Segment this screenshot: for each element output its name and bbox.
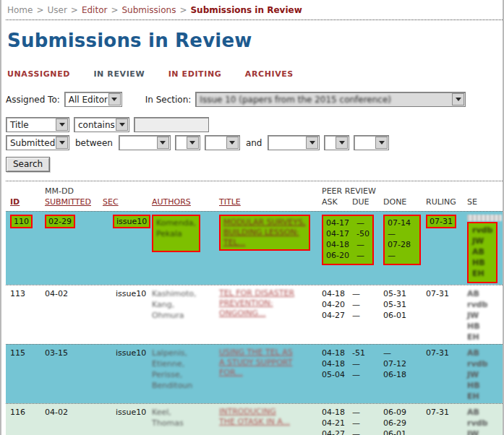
filter-form: Assigned To: All Editors In Section: Iss… [6,92,503,172]
header-peer-review: PEER REVIEW [322,186,379,197]
dropdown-arrow-icon[interactable] [116,119,128,131]
due-value: — [352,311,360,320]
date-to-day-select[interactable] [324,135,349,150]
in-section-select[interactable]: Issue 10 (papers from the 2015 conferenc… [195,92,466,107]
breadcrumb-home[interactable]: Home [7,5,33,15]
done-date: — [388,250,415,261]
page-title: Submissions in Review [7,30,503,51]
date-from-day-select[interactable] [175,135,200,150]
dropdown-arrow-icon[interactable] [56,119,68,131]
dropdown-arrow-icon[interactable] [375,137,388,149]
submission-id: 113 [6,288,40,343]
section-editor-initials: JW [472,236,492,246]
search-text-input[interactable] [134,117,209,132]
se-highlight-box: rvdb JW AB HB EH [467,222,497,283]
section-editor-initials: AB [472,246,492,257]
breadcrumb-editor[interactable]: Editor [82,5,108,15]
author-name: Pekala [156,228,196,239]
header-done: DONE [383,197,422,208]
submission-title-link[interactable]: TEL FOR DISASTER PREVENTION: ONGOING... [219,288,303,319]
due-value: — [352,408,360,417]
breadcrumb-separator: > [179,5,187,15]
tab-in-review[interactable]: IN REVIEW [93,69,145,79]
sort-authors-link[interactable]: AUTHORS [152,197,191,207]
due-value: — [356,240,364,249]
author-name: Perisse, [152,369,213,380]
due-value: — [352,289,360,298]
header-ask: ASK [322,197,352,208]
dropdown-arrow-icon[interactable] [56,137,68,149]
section-editor-initials: JW [467,428,500,435]
section-editor-initials: rvdb [467,418,500,428]
sort-title-link[interactable]: TITLE [219,197,241,207]
submission-id: 110 [10,215,33,228]
dropdown-arrow-icon[interactable] [336,137,348,149]
tab-in-editing[interactable]: IN EDITING [168,69,222,79]
table-row-113: 113 04-02 issue10 Kashimoto, Kang, Ohmur… [6,285,503,344]
section-editor-initials: JW [467,310,500,321]
table-row-116: 116 04-02 issue10 Keel, Thomas INTRODUCI… [6,403,503,435]
sort-id-link[interactable]: ID [10,197,20,207]
done-date: 06-29 [383,418,419,428]
header-due: DUE [352,197,369,207]
section-editor-initials: AB [467,348,500,358]
tab-unassigned[interactable]: UNASSIGNED [7,69,70,79]
date-to-year-select[interactable] [354,135,389,150]
assigned-to-value: All Editors [65,93,108,106]
breadcrumb-separator: > [111,5,118,15]
ruling-date: 07-31 [422,288,463,343]
assigned-to-select[interactable]: All Editors [64,92,122,107]
search-button[interactable]: Search [6,157,50,172]
header-mmdd: MM-DD [45,186,98,197]
date-from-month-select[interactable] [119,135,171,150]
dropdown-arrow-icon[interactable] [452,93,464,105]
breadcrumb-separator: > [71,5,78,15]
done-date: 06-09 [383,407,419,418]
dropdown-arrow-icon[interactable] [187,137,199,149]
breadcrumb-user[interactable]: User [48,5,67,15]
date-submitted: 02-29 [45,215,75,228]
search-match-select[interactable]: contains [74,117,129,132]
sort-submitted-link[interactable]: SUBMITTED [45,197,91,207]
ask-date: 04-21 [322,418,352,428]
askdue-highlight-box: 04-17— 04-17-50 04-18— 06-20— [322,215,374,265]
assigned-to-label: Assigned To: [6,95,60,105]
date-field-value: Submitted [7,137,55,150]
ask-date: 04-17 [326,218,356,228]
tab-archives[interactable]: ARCHIVES [245,69,294,79]
section-editor-initials: EH [472,268,492,279]
date-to-month-select[interactable] [268,135,320,150]
date-from-year-select[interactable] [205,135,240,150]
section-editor-initials: JW [467,369,500,380]
due-value: — [352,300,360,309]
search-field-select[interactable]: Title [6,117,69,132]
done-date: 05-31 [383,299,419,310]
section-editor-initials: EH [467,332,500,343]
done-date: 06-01 [383,310,419,321]
table-row-115: 115 03-15 issue10 Lalpenis, Etienne, Per… [6,344,503,403]
done-date: 07-28 [388,239,415,250]
breadcrumb-submissions[interactable]: Submissions [122,5,176,15]
authors-highlight-box: Komenda, Pekala [152,215,200,252]
section: issue10 [98,288,148,343]
section-editor-initials: HB [467,380,500,391]
submission-title-link[interactable]: INTRODUCING THE OTASK IN A... [219,407,294,427]
dropdown-arrow-icon[interactable] [157,137,169,149]
dropdown-arrow-icon[interactable] [108,93,121,105]
due-value: — [352,429,360,435]
breadcrumb-separator: > [36,5,43,15]
submission-title-link[interactable]: MODULAR SURVEYS, BUILDING LESSON: TEL... [223,218,306,248]
between-label: between [75,138,113,148]
sort-sec-link[interactable]: SEC [103,197,119,207]
section: issue10 [98,407,148,435]
author-name: Kashimoto, [152,288,213,299]
ask-date: 04-27 [322,310,352,321]
author-name: Etienne, [152,358,213,369]
dropdown-arrow-icon[interactable] [306,137,318,149]
date-submitted: 04-02 [40,407,98,435]
submission-title-link[interactable]: USING THE TEL AS A STUDY SUPPORT FOR... [219,348,299,378]
due-value: -51 [352,348,365,358]
dropdown-arrow-icon[interactable] [226,137,239,149]
date-field-select[interactable]: Submitted [6,135,69,150]
section-editor-initials: HB [472,257,492,268]
